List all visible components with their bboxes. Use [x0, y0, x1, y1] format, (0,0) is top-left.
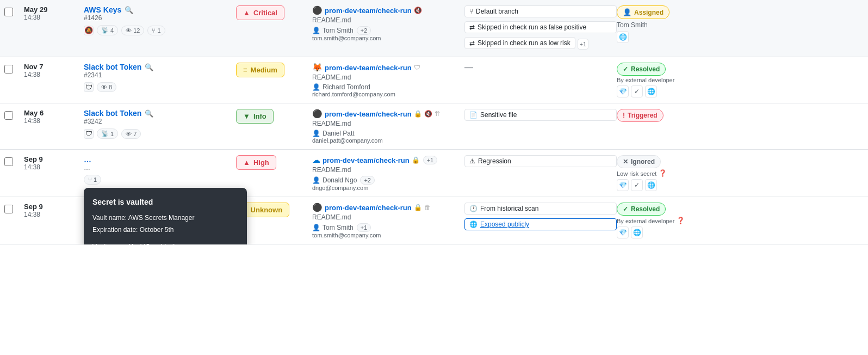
repo-email: tom.smith@company.com — [312, 35, 464, 41]
badge-wifi[interactable]: 📡 1 — [97, 128, 118, 139]
severity-arrow-down-icon: ▼ — [243, 112, 250, 120]
muted-icon: 🔇 — [414, 7, 422, 14]
row-checkbox[interactable] — [4, 65, 13, 74]
date-time: 14:38 — [24, 163, 84, 171]
date-time: 14:38 — [24, 117, 84, 125]
branch-icon: ⑂ — [152, 27, 156, 34]
detector-label: Sensitive file — [480, 111, 517, 119]
search-icon[interactable]: 🔍 — [145, 109, 153, 118]
status-badge: ✕ Ignored — [617, 155, 661, 168]
check-icon[interactable]: ✓ — [631, 85, 643, 97]
secret-badges: 🔕 📡 4 👁 12 ⑂ 1 — [84, 25, 236, 35]
detector-tag-historical: 🕐 From historical scan — [464, 203, 617, 215]
user-extra-count: +1 — [357, 223, 371, 232]
secret-badges: ⑂ 1 — [84, 175, 236, 185]
secret-name-col: AWS Keys 🔍 #1426 🔕 📡 4 👁 12 ⑂ 1 — [84, 5, 236, 35]
detector-skip-label: Skipped in check run as false positive — [478, 23, 586, 31]
secret-id: #1426 — [84, 14, 236, 22]
repo-user: 👤 Donald Ngo +2 — [312, 176, 464, 185]
repo-file: README.md — [312, 213, 464, 221]
status-note-row: Low risk secret ❓ — [617, 169, 667, 177]
severity-col: ▼ Info — [236, 109, 312, 124]
detector-tag-exposed[interactable]: 🌐 Exposed publicly — [464, 218, 617, 230]
globe-icon[interactable]: 🌐 — [617, 31, 629, 43]
detector-plus-btn[interactable]: +1 — [578, 39, 588, 50]
severity-label: Unknown — [251, 206, 283, 214]
status-note: By external developer — [617, 77, 674, 83]
diamond-icon[interactable]: 💎 — [617, 227, 629, 238]
row-checkbox[interactable] — [4, 8, 13, 16]
status-col: ✓ Resolved By external developer 💎 ✓ 🌐 — [617, 63, 726, 97]
repo-name[interactable]: prom-dev-team/check-run — [325, 64, 412, 72]
question-icon: ❓ — [677, 217, 685, 224]
diamond-icon[interactable]: 💎 — [617, 85, 629, 97]
row-checkbox[interactable] — [4, 157, 13, 166]
table-row: Nov 7 14:38 Slack bot Token 🔍 #2341 🛡 👁 … — [0, 57, 868, 103]
repo-name[interactable]: prom-dev-team/check-run — [323, 156, 410, 164]
repo-icons: ⚫ prom-dev-team/check-run 🔇 — [312, 5, 464, 15]
shield-minus-icon[interactable]: 🛡 — [84, 129, 94, 139]
check-icon[interactable]: ✓ — [631, 179, 643, 191]
status-badge: ! Triggered — [617, 109, 664, 122]
row-checkbox[interactable] — [4, 111, 13, 120]
status-label: Resolved — [631, 205, 660, 213]
repo-icons: ☁ prom-dev-team/check-run 🔒 +1 — [312, 155, 464, 165]
badge-eye[interactable]: 👁 7 — [121, 129, 141, 139]
tooltip-line-1: Vault name: AWS Secrets Manager — [92, 212, 238, 224]
exposed-label[interactable]: Exposed publicly — [480, 221, 529, 228]
badge-branch[interactable]: ⑂ 1 — [147, 26, 165, 35]
repo-name[interactable]: prom-dev-team/check-run — [325, 110, 412, 118]
badge-eye[interactable]: 👁 12 — [121, 26, 144, 35]
detector-skip2-row: ⇄ Skipped in check run as low risk +1 — [464, 37, 617, 51]
repo-user: 👤 Daniel Patt — [312, 130, 464, 137]
status-icons: 💎 🌐 — [617, 227, 643, 238]
globe-icon[interactable]: 🌐 — [645, 179, 657, 191]
badge-branch[interactable]: ⑂ 1 — [84, 175, 101, 185]
user-icon: 👤 — [312, 83, 320, 91]
secret-name[interactable]: AWS Keys — [84, 5, 121, 14]
secret-name[interactable]: Slack bot Token — [84, 63, 141, 71]
detector-inner: 🕐 From historical scan 🌐 Exposed publicl… — [464, 203, 617, 232]
globe-icon[interactable]: 🌐 — [631, 227, 643, 238]
repo-name[interactable]: prom-dev-team/check-run — [325, 204, 412, 212]
severity-label: Critical — [253, 9, 277, 17]
status-col: ! Triggered — [617, 109, 726, 122]
shield-q-icon[interactable]: 🛡 — [84, 82, 94, 92]
secret-id: … — [84, 164, 236, 172]
secrets-table: May 29 14:38 AWS Keys 🔍 #1426 🔕 📡 4 👁 12… — [0, 0, 868, 244]
secret-name[interactable]: Slack bot Token — [84, 109, 141, 118]
status-inner: ✓ Resolved By external developer ❓ 💎 🌐 — [617, 203, 726, 238]
badge-wifi[interactable]: 📡 4 — [97, 25, 118, 35]
severity-badge: ▲ High — [236, 155, 276, 170]
repo-name[interactable]: prom-dev-team/check-run — [325, 7, 412, 15]
shuffle-icon: ⇄ — [469, 23, 475, 31]
table-row: Sep 9 14:38 … … ⑂ 1 Secret is vaulted Va… — [0, 150, 868, 197]
search-icon[interactable]: 🔍 — [125, 6, 133, 14]
repo-user: 👤 Tom Smith +2 — [312, 26, 464, 35]
status-inner: ✓ Resolved By external developer 💎 ✓ 🌐 — [617, 63, 726, 97]
globe-icon[interactable]: 🌐 — [645, 85, 657, 97]
badge-eye[interactable]: 👁 8 — [97, 82, 116, 92]
eye-icon: 👁 — [126, 27, 132, 34]
severity-badge: ▼ Info — [236, 109, 274, 124]
detector-label: From historical scan — [480, 205, 538, 212]
detector-tag-skip2: ⇄ Skipped in check run as low risk — [464, 37, 575, 49]
shield-gray-icon: 🛡 — [414, 64, 420, 71]
severity-equal-icon: ≡ — [243, 66, 247, 74]
user-name: Richard Tomford — [323, 83, 370, 91]
status-badge: ✓ Resolved — [617, 63, 666, 76]
status-col: ✕ Ignored Low risk secret ❓ 💎 ✓ 🌐 — [617, 155, 726, 191]
secret-badges: 🛡 📡 1 👁 7 — [84, 128, 236, 139]
github-icon: ⚫ — [312, 5, 323, 15]
arrows-icon: ⇈ — [435, 110, 440, 118]
branch-icon: ⑂ — [88, 176, 92, 183]
row-checkbox[interactable] — [4, 205, 13, 213]
shield-muted-icon[interactable]: 🔕 — [84, 26, 94, 35]
search-icon[interactable]: 🔍 — [145, 63, 153, 71]
status-badge: 👤 Assigned — [617, 5, 669, 19]
diamond-icon[interactable]: 💎 — [617, 179, 629, 191]
repo-col: ☁ prom-dev-team/check-run 🔒 +1 README.md… — [312, 155, 464, 191]
repo-col: ⚫ prom-dev-team/check-run 🔒 🔇 ⇈ README.m… — [312, 109, 464, 144]
row-checkbox-col — [4, 203, 24, 215]
secret-name[interactable]: … — [84, 155, 91, 164]
